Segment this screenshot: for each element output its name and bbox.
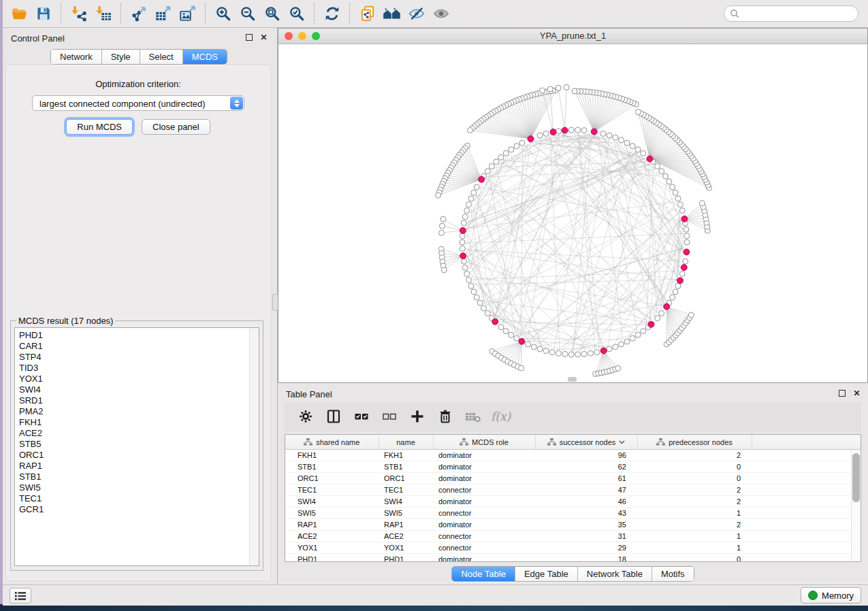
import-network-button[interactable] [67,2,91,25]
mcds-result-list[interactable]: PHD1CAR1STP4TID3YOX1SWI4SRD1PMA2FKH1ACE2… [14,327,259,566]
cell-predecessor-nodes[interactable]: 2 [637,484,752,496]
cell-MCDS-role[interactable]: dominator [433,519,535,531]
cell-MCDS-role[interactable]: connector [433,484,535,496]
table-row[interactable]: RAP1RAP1dominator352 [285,519,861,531]
cell-MCDS-role[interactable]: dominator [433,473,535,484]
cell-MCDS-role[interactable]: connector [433,531,535,542]
import-table-button[interactable] [91,2,116,25]
mcds-result-item[interactable]: PHD1 [19,330,259,341]
export-network-button[interactable] [127,2,151,25]
mcds-result-item[interactable]: TID3 [19,363,259,374]
cell-predecessor-nodes[interactable]: 2 [637,450,752,461]
show-columns-button[interactable] [325,408,342,427]
zoom-selected-button[interactable] [285,2,309,25]
window-zoom-icon[interactable] [312,32,320,40]
export-table-button[interactable] [151,2,176,25]
mcds-result-item[interactable]: PMA2 [19,406,259,417]
cell-MCDS-role[interactable]: connector [433,542,535,554]
cell-MCDS-role[interactable]: dominator [433,496,535,508]
cell-name[interactable]: STB1 [379,461,433,473]
cell-MCDS-role[interactable]: connector [433,508,535,519]
column-header-predecessor-nodes[interactable]: predecessor nodes [637,435,752,450]
memory-button[interactable]: Memory [801,587,861,604]
tab-style[interactable]: Style [101,50,140,64]
mcds-result-item[interactable]: CAR1 [19,341,259,352]
mcds-result-item[interactable]: YOX1 [19,374,259,384]
select-all-button[interactable] [353,408,370,427]
mcds-result-item[interactable]: SWI4 [19,384,259,395]
cell-successor-nodes[interactable]: 31 [535,531,637,542]
zoom-in-button[interactable] [211,2,236,25]
mcds-result-item[interactable]: STB5 [19,439,259,450]
cell-shared-name[interactable]: PHD1 [285,554,379,563]
float-panel-icon[interactable] [244,33,253,42]
table-row[interactable]: FKH1FKH1dominator962 [285,450,861,461]
open-file-button[interactable] [7,2,31,25]
panel-menu-button[interactable] [10,588,31,604]
cell-MCDS-role[interactable]: dominator [433,450,535,461]
cell-shared-name[interactable]: ORC1 [285,473,379,484]
table-settings-button[interactable] [297,408,315,427]
table-row[interactable]: TEC1TEC1connector472 [285,484,861,496]
cell-MCDS-role[interactable]: dominator [433,554,535,563]
mcds-result-item[interactable]: SRD1 [19,395,259,406]
zoom-out-button[interactable] [236,2,260,25]
tab-mcds[interactable]: MCDS [182,50,227,64]
cell-name[interactable]: SWI4 [379,496,433,508]
table-row[interactable]: PHD1PHD1dominator180 [285,554,861,563]
cell-shared-name[interactable]: TEC1 [285,484,379,496]
cell-successor-nodes[interactable]: 47 [535,484,637,496]
mcds-result-item[interactable]: RAP1 [19,461,259,472]
cell-predecessor-nodes[interactable]: 0 [637,473,752,484]
mcds-result-item[interactable]: STB1 [19,472,259,482]
cell-successor-nodes[interactable]: 29 [535,542,637,554]
show-details-button[interactable] [429,2,453,25]
window-minimize-icon[interactable] [298,32,306,40]
cell-name[interactable]: YOX1 [379,542,433,554]
cell-predecessor-nodes[interactable]: 1 [637,542,752,554]
network-view[interactable] [278,44,867,382]
cell-predecessor-nodes[interactable]: 1 [637,531,752,542]
add-column-button[interactable] [408,408,426,427]
cell-successor-nodes[interactable]: 18 [535,554,637,563]
table-row[interactable]: ACE2ACE2connector311 [285,531,861,542]
mcds-result-item[interactable]: TEC1 [19,493,259,504]
cell-shared-name[interactable]: RAP1 [285,519,379,531]
tab-node-table[interactable]: Node Table [452,567,515,581]
save-session-button[interactable] [31,2,56,25]
cell-MCDS-role[interactable]: dominator [433,461,535,473]
cell-shared-name[interactable]: FKH1 [285,450,379,461]
mcds-result-item[interactable]: STP4 [19,352,259,363]
float-table-panel-icon[interactable] [837,389,846,397]
cell-shared-name[interactable]: STB1 [285,461,379,473]
cell-name[interactable]: TEC1 [379,484,433,496]
cell-name[interactable]: SWI5 [379,508,433,519]
mcds-result-item[interactable]: GCR1 [19,504,259,515]
cell-name[interactable]: FKH1 [379,450,433,461]
close-panel-icon[interactable]: ✕ [259,33,268,42]
clone-network-button[interactable] [355,2,380,25]
cell-name[interactable]: PHD1 [379,554,433,563]
table-row[interactable]: SWI5SWI5connector431 [285,508,861,519]
close-table-panel-icon[interactable]: ✕ [852,389,861,397]
cell-successor-nodes[interactable]: 35 [535,519,637,531]
column-header-name[interactable]: name [379,435,433,450]
tab-network[interactable]: Network [51,50,101,64]
cell-predecessor-nodes[interactable]: 0 [637,461,752,473]
network-graph[interactable] [278,44,867,382]
tab-motifs[interactable]: Motifs [652,567,694,581]
table-row[interactable]: ORC1ORC1dominator610 [285,473,861,484]
export-image-button[interactable] [176,2,200,25]
mcds-result-item[interactable]: FKH1 [19,417,259,428]
tab-select[interactable]: Select [140,50,182,64]
mcds-result-item[interactable]: ORC1 [19,450,259,461]
cell-shared-name[interactable]: SWI4 [285,496,379,508]
table-row[interactable]: SWI4SWI4dominator462 [285,496,861,508]
close-panel-button[interactable]: Close panel [142,119,210,135]
column-header-successor-nodes[interactable]: successor nodes [535,435,637,450]
network-window-titlebar[interactable]: YPA_prune.txt_1 [278,29,867,44]
column-header-shared-name[interactable]: shared name [285,435,379,450]
window-close-icon[interactable] [285,32,293,40]
mcds-result-item[interactable]: SWI5 [19,482,259,493]
table-scrollbar[interactable] [851,450,861,561]
